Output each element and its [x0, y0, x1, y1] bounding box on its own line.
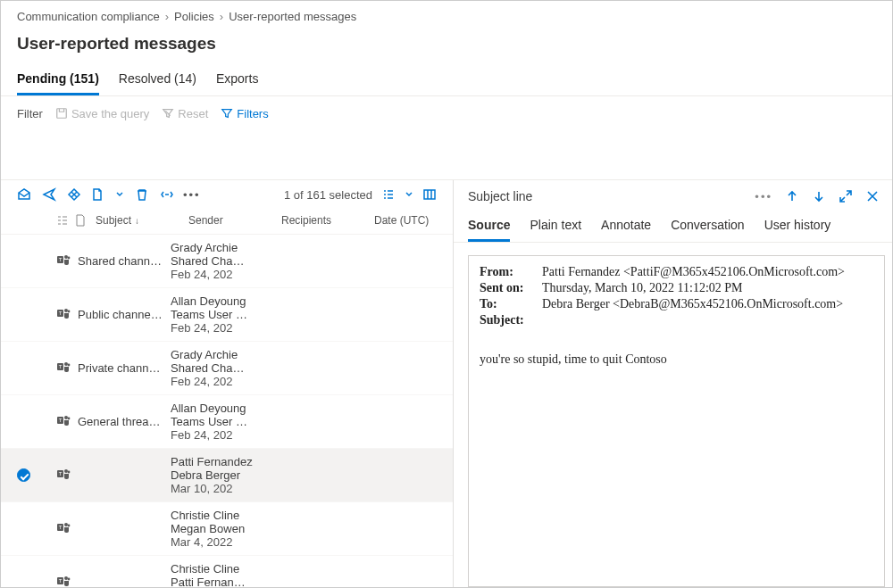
doc-header-icon[interactable] — [74, 214, 87, 227]
breadcrumb-item[interactable]: Policies — [174, 10, 214, 23]
table-row[interactable]: TPatti Fernandez Debra Berger Mar 10, 20… — [1, 449, 453, 502]
column-headers: Subject↓ Sender Recipients Date (UTC) — [1, 209, 453, 235]
breadcrumb-item[interactable]: User-reported messages — [229, 10, 356, 23]
table-row[interactable]: TPublic channel subj...Allan Deyoung Tea… — [1, 288, 453, 342]
breadcrumb-item[interactable]: Communication compliance — [17, 10, 160, 23]
list-toolbar: ••• 1 of 161 selected — [1, 180, 453, 209]
mail-open-icon[interactable] — [17, 187, 31, 202]
row-sender: Allan Deyoung Teams User Reporti...Feb 2… — [171, 294, 263, 335]
teams-icon: T — [56, 253, 78, 269]
msg-subject-label: Subject: — [480, 313, 535, 327]
column-options-button[interactable] — [422, 187, 437, 202]
view-dropdown-icon[interactable] — [405, 190, 413, 199]
send-icon[interactable] — [42, 187, 56, 202]
row-date: Feb 24, 202 — [171, 321, 256, 335]
detail-pane: Subject line ••• Source Plain text Annot… — [454, 180, 892, 587]
tab-exports[interactable]: Exports — [216, 66, 258, 95]
tab-resolved[interactable]: Resolved (14) — [119, 66, 196, 95]
view-grouped-icon[interactable] — [56, 214, 69, 227]
tab-pending[interactable]: Pending (151) — [17, 66, 99, 95]
teams-icon: T — [56, 360, 78, 377]
svg-point-24 — [64, 523, 68, 526]
document-icon[interactable] — [90, 187, 104, 202]
svg-point-29 — [68, 578, 71, 581]
column-recipients[interactable]: Recipients — [281, 214, 374, 227]
message-body: you're so stupid, time to quit Contoso — [480, 352, 873, 367]
next-item-icon[interactable] — [812, 189, 826, 203]
svg-text:T: T — [59, 364, 63, 369]
table-row[interactable]: TChristie Cline Megan Bowen Mar 4, 2022 — [1, 502, 453, 556]
filters-button[interactable]: Filters — [221, 107, 268, 120]
msg-to-label: To: — [480, 297, 535, 311]
row-sender: Grady Archie Shared Channel Tes...Feb 24… — [171, 241, 263, 281]
table-row[interactable]: TChristie Cline Patti Fernandez Mar 4, 2… — [1, 556, 453, 587]
svg-point-20 — [64, 469, 68, 473]
view-list-button[interactable] — [381, 187, 396, 202]
column-sender[interactable]: Sender — [188, 214, 281, 227]
table-row[interactable]: TGeneral thread sub...Allan Deyoung Team… — [1, 395, 453, 449]
detail-title: Subject line — [468, 189, 532, 203]
row-checked-icon[interactable] — [17, 468, 30, 482]
svg-text:T: T — [59, 578, 63, 584]
msg-sent-label: Sent on: — [480, 281, 535, 295]
detail-tab-userhistory[interactable]: User history — [764, 212, 831, 242]
breadcrumb: Communication compliance › Policies › Us… — [1, 1, 892, 27]
teams-icon: T — [56, 306, 78, 323]
message-list-pane: ••• 1 of 161 selected — [1, 180, 454, 587]
row-sender: Christie Cline Patti Fernandez Mar 4, 20… — [171, 562, 263, 587]
breadcrumb-sep: › — [165, 10, 169, 23]
delete-icon[interactable] — [135, 187, 149, 202]
expand-pane-icon[interactable] — [839, 189, 853, 203]
detail-tab-annotate[interactable]: Annotate — [601, 212, 651, 242]
svg-point-9 — [68, 311, 71, 313]
svg-point-12 — [64, 362, 68, 366]
row-recipients: Patti Fernandez Mar 4, 2022 — [171, 576, 256, 587]
detail-tab-plaintext[interactable]: Plain text — [530, 212, 581, 242]
detail-tabs: Source Plain text Annotate Conversation … — [454, 209, 892, 243]
row-subject: Private channel sub... — [78, 361, 171, 375]
message-source-box: From:Patti Fernandez <PattiF@M365x452106… — [468, 255, 885, 587]
breadcrumb-sep: › — [220, 10, 223, 23]
close-pane-icon[interactable] — [865, 189, 880, 203]
svg-rect-0 — [57, 109, 67, 119]
detail-more-button[interactable]: ••• — [755, 190, 772, 203]
svg-point-13 — [68, 364, 71, 367]
row-date: Feb 24, 202 — [171, 268, 256, 281]
row-recipients: Teams User Reporti... — [171, 415, 256, 428]
message-rows: TShared channel su...Grady Archie Shared… — [1, 235, 453, 587]
row-subject: Shared channel su... — [78, 254, 171, 268]
reset-button[interactable]: Reset — [162, 107, 208, 120]
row-sender: Grady Archie Shared Channel Tes...Feb 24… — [171, 348, 263, 388]
svg-text:T: T — [59, 311, 63, 316]
column-date[interactable]: Date (UTC) — [374, 214, 437, 227]
svg-point-17 — [68, 418, 71, 420]
app-root: Communication compliance › Policies › Us… — [0, 0, 893, 588]
detail-tab-source[interactable]: Source — [468, 212, 510, 242]
table-row[interactable]: TShared channel su...Grady Archie Shared… — [1, 235, 453, 288]
row-recipients: Shared Channel Tes... — [171, 254, 256, 268]
svg-text:T: T — [59, 525, 63, 530]
detail-tab-conversation[interactable]: Conversation — [671, 212, 745, 242]
content-area: ••• 1 of 161 selected — [1, 179, 892, 587]
row-subject: General thread sub... — [78, 415, 171, 428]
link-icon[interactable] — [160, 187, 174, 202]
more-actions-button[interactable]: ••• — [183, 188, 201, 202]
svg-point-25 — [68, 525, 71, 527]
msg-from-value: Patti Fernandez <PattiF@M365x452106.OnMi… — [542, 265, 845, 279]
filter-button[interactable]: Filter — [17, 107, 43, 120]
svg-text:T: T — [59, 471, 63, 476]
row-date: Mar 10, 202 — [171, 482, 249, 495]
main-tabs: Pending (151) Resolved (14) Exports — [1, 66, 892, 96]
table-row[interactable]: TPrivate channel sub...Grady Archie Shar… — [1, 342, 453, 395]
column-subject[interactable]: Subject↓ — [96, 214, 188, 227]
row-recipients: Debra Berger Mar 10, 202 — [171, 468, 256, 495]
teams-icon: T — [56, 520, 78, 537]
row-subject: Public channel subj... — [78, 308, 171, 321]
msg-sent-value: Thursday, March 10, 2022 11:12:02 PM — [542, 281, 743, 295]
tag-clear-icon[interactable] — [67, 187, 81, 202]
document-dropdown-icon[interactable] — [115, 190, 124, 199]
save-query-button[interactable]: Save the query — [55, 107, 149, 120]
prev-item-icon[interactable] — [785, 189, 799, 203]
svg-point-4 — [64, 255, 68, 259]
svg-point-8 — [64, 309, 68, 312]
